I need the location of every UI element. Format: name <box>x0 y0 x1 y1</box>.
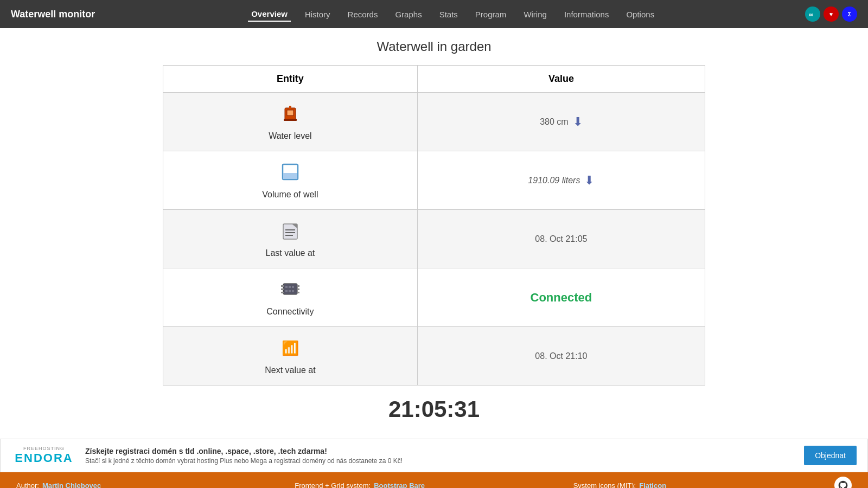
ad-order-button[interactable]: Objednat <box>804 446 857 465</box>
svg-rect-22 <box>292 286 294 288</box>
ad-logo-main: ENDORA <box>15 451 73 465</box>
nav-graphs[interactable]: Graphs <box>392 8 425 21</box>
svg-rect-12 <box>285 235 293 236</box>
svg-rect-25 <box>292 290 294 292</box>
svg-rect-13 <box>283 284 297 294</box>
svg-rect-20 <box>285 286 288 288</box>
connectivity-label: Connectivity <box>266 307 314 317</box>
clock-display: 21:05:31 <box>388 396 480 422</box>
footer-author: Author: Martin Chlebovec <box>16 481 295 489</box>
connectivity-icon <box>280 278 301 304</box>
ad-text: Získejte registraci domén s tld .online,… <box>85 447 795 465</box>
footer-icons: System icons (MIT): Flaticon <box>573 477 852 488</box>
page-title: Waterwell in garden <box>376 39 491 54</box>
down-arrow-water-level: ⬇ <box>573 116 583 128</box>
value-cell-volume: 1910.09 liters ⬇ <box>417 151 705 210</box>
entity-cell-water-level: Water level <box>163 93 418 151</box>
arduino-icon[interactable]: ∞ <box>805 7 820 22</box>
table-row: Connectivity Connected <box>163 268 705 327</box>
svg-rect-14 <box>281 285 284 287</box>
app-brand: Waterwell monitor <box>11 9 95 20</box>
svg-rect-15 <box>281 288 284 290</box>
table-row: Water level 380 cm ⬇ <box>163 93 705 151</box>
svg-rect-3 <box>284 119 297 121</box>
svg-rect-4 <box>289 106 291 109</box>
nodemcu-icon[interactable]: ♥ <box>824 7 839 22</box>
last-value-text: 08. Oct 21:05 <box>535 234 587 244</box>
svg-rect-16 <box>281 292 284 293</box>
svg-rect-23 <box>285 290 288 292</box>
svg-rect-2 <box>287 110 293 115</box>
ad-headline: Získejte registraci domén s tld .online,… <box>85 447 795 455</box>
author-label: Author: <box>16 481 39 489</box>
main-nav: Overview History Records Graphs Stats Pr… <box>117 7 789 22</box>
svg-rect-24 <box>289 290 291 292</box>
svg-rect-10 <box>285 229 295 230</box>
ad-banner: FREEHOSTING ENDORA Získejte registraci d… <box>0 439 868 472</box>
down-arrow-volume: ⬇ <box>584 175 594 187</box>
main-content: Waterwell in garden Entity Value <box>0 28 868 433</box>
nav-options[interactable]: Options <box>623 8 658 21</box>
icons-label: System icons (MIT): <box>573 481 636 489</box>
footer-frontend: Frontend + Grid system: Bootstrap Bare <box>295 481 573 489</box>
svg-text:📶: 📶 <box>282 339 299 357</box>
entity-cell-last-value: Last value at <box>163 210 418 268</box>
svg-rect-17 <box>297 285 299 287</box>
svg-rect-21 <box>289 286 291 288</box>
svg-rect-18 <box>297 288 299 290</box>
volume-label: Volume of well <box>262 190 318 200</box>
nav-history[interactable]: History <box>302 8 334 21</box>
table-row: Last value at 08. Oct 21:05 <box>163 210 705 268</box>
app-header: Waterwell monitor Overview History Recor… <box>0 0 868 28</box>
nav-wiring[interactable]: Wiring <box>520 8 550 21</box>
volume-value: 1910.09 liters <box>528 176 580 185</box>
value-cell-last-value: 08. Oct 21:05 <box>417 210 705 268</box>
last-value-label: Last value at <box>266 248 315 258</box>
svg-text:∞: ∞ <box>809 11 814 18</box>
water-level-icon <box>279 102 301 128</box>
value-cell-water-level: 380 cm ⬇ <box>417 93 705 151</box>
header-external-icons: ∞ ♥ Σ <box>805 7 857 22</box>
svg-rect-11 <box>285 232 295 233</box>
ad-logo: FREEHOSTING ENDORA <box>11 446 76 465</box>
data-table: Entity Value <box>163 65 705 386</box>
author-link[interactable]: Martin Chlebovec <box>42 481 101 489</box>
nav-records[interactable]: Records <box>344 8 381 21</box>
water-level-value: 380 cm <box>540 117 568 127</box>
next-value-text: 08. Oct 21:10 <box>535 351 587 361</box>
signal-icon: 📶 <box>279 337 301 362</box>
frontend-label: Frontend + Grid system: <box>295 481 371 489</box>
value-cell-connectivity: Connected <box>417 268 705 327</box>
nav-informations[interactable]: Informations <box>561 8 612 21</box>
github-icon[interactable] <box>834 477 852 488</box>
icons-link[interactable]: Flaticon <box>639 481 666 489</box>
entity-cell-volume: Volume of well <box>163 151 418 210</box>
col-entity-header: Entity <box>163 66 418 93</box>
nav-overview[interactable]: Overview <box>248 7 291 22</box>
ad-subtext: Stačí si k jedné z těchto domén vybrat h… <box>85 457 795 465</box>
log-icon <box>281 220 299 245</box>
connected-text: Connected <box>531 291 592 305</box>
nav-stats[interactable]: Stats <box>436 8 461 21</box>
sigfox-icon[interactable]: Σ <box>842 7 857 22</box>
next-value-label: Next value at <box>265 365 315 375</box>
app-footer: Author: Martin Chlebovec Frontend + Grid… <box>0 472 868 488</box>
value-cell-next-value: 08. Oct 21:10 <box>417 327 705 386</box>
entity-cell-connectivity: Connectivity <box>163 268 418 327</box>
table-row: Volume of well 1910.09 liters ⬇ <box>163 151 705 210</box>
frontend-link[interactable]: Bootstrap Bare <box>374 481 425 489</box>
volume-icon <box>280 161 300 187</box>
water-level-label: Water level <box>269 131 311 141</box>
entity-cell-next-value: 📶 Next value at <box>163 327 418 386</box>
nav-program[interactable]: Program <box>472 8 510 21</box>
ad-logo-top: FREEHOSTING <box>23 446 65 451</box>
table-row: 📶 Next value at 08. Oct 21:10 <box>163 327 705 386</box>
svg-rect-6 <box>283 173 297 179</box>
col-value-header: Value <box>417 66 705 93</box>
svg-rect-19 <box>297 292 299 293</box>
